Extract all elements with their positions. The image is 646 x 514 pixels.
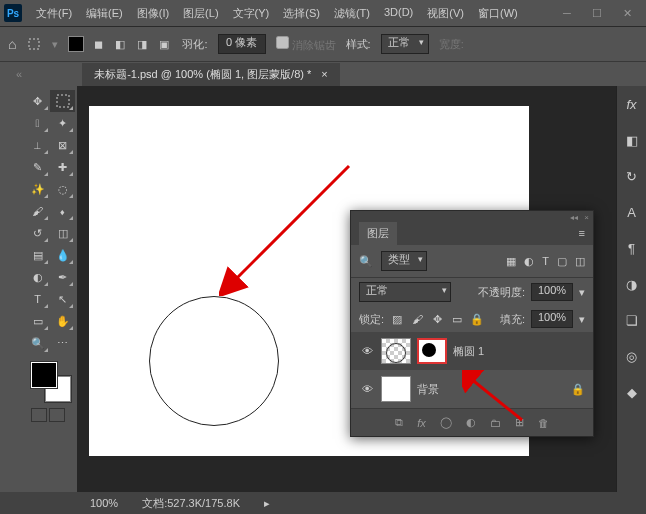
type-tool[interactable]: T: [25, 288, 50, 310]
paragraph-panel-icon[interactable]: ¶: [622, 238, 642, 258]
menu-image[interactable]: 图像(I): [131, 2, 175, 25]
clone-tool[interactable]: ⬧: [50, 200, 75, 222]
patch-tool[interactable]: ◌: [50, 178, 75, 200]
filter-search-icon[interactable]: 🔍: [359, 255, 373, 268]
hand-tool[interactable]: ✋: [50, 310, 75, 332]
layer-row[interactable]: 👁 椭圆 1: [351, 332, 593, 370]
blend-mode-select[interactable]: 正常: [359, 282, 451, 302]
add-selection-icon[interactable]: ◧: [112, 36, 128, 52]
foreground-color[interactable]: [31, 362, 57, 388]
crop-tool[interactable]: ⟂: [25, 134, 50, 156]
dodge-tool[interactable]: ◐: [25, 266, 50, 288]
group-icon[interactable]: 🗀: [490, 417, 501, 429]
new-selection-icon[interactable]: ◼: [90, 36, 106, 52]
opacity-flyout-icon[interactable]: ▾: [579, 286, 585, 299]
pen-tool[interactable]: ✒: [50, 266, 75, 288]
filter-adjust-icon[interactable]: ◐: [524, 255, 534, 268]
fill-flyout-icon[interactable]: ▾: [579, 313, 585, 326]
close-button[interactable]: ✕: [612, 3, 642, 23]
shape-tool[interactable]: ▭: [25, 310, 50, 332]
blur-tool[interactable]: 💧: [50, 244, 75, 266]
visibility-icon[interactable]: 👁: [359, 383, 375, 395]
fill-swatch[interactable]: [68, 36, 84, 52]
status-flyout-icon[interactable]: ▸: [264, 497, 270, 510]
edit-toolbar[interactable]: ⋯: [50, 332, 75, 354]
layer-thumb[interactable]: [381, 338, 411, 364]
brush-tool[interactable]: 🖌: [25, 200, 50, 222]
menu-type[interactable]: 文字(Y): [227, 2, 276, 25]
quick-select-tool[interactable]: ✦: [50, 112, 75, 134]
menu-edit[interactable]: 编辑(E): [80, 2, 129, 25]
menu-file[interactable]: 文件(F): [30, 2, 78, 25]
menu-3d[interactable]: 3D(D): [378, 2, 419, 25]
feather-input[interactable]: 0 像素: [218, 34, 266, 54]
minimize-button[interactable]: ─: [552, 3, 582, 23]
lock-transparent-icon[interactable]: ▨: [390, 312, 404, 326]
filter-type-select[interactable]: 类型: [381, 251, 427, 271]
layers-panel[interactable]: ◂◂× 图层 ≡ 🔍 类型 ▦ ◐ T ▢ ◫ 正常 不透明度: 100% ▾ …: [350, 210, 594, 437]
history-brush-tool[interactable]: ↺: [25, 222, 50, 244]
character-panel-icon[interactable]: A: [622, 202, 642, 222]
screenmode-icon[interactable]: [49, 408, 65, 422]
magic-wand-tool[interactable]: ✨: [25, 178, 50, 200]
layers-panel-icon[interactable]: ❏: [622, 310, 642, 330]
paths-panel-icon[interactable]: ◆: [622, 382, 642, 402]
menu-filter[interactable]: 滤镜(T): [328, 2, 376, 25]
color-swatches[interactable]: [31, 362, 71, 402]
home-icon[interactable]: ⌂: [8, 36, 16, 52]
styles-panel-icon[interactable]: fx: [622, 94, 642, 114]
zoom-tool[interactable]: 🔍: [25, 332, 50, 354]
fill-adjust-icon[interactable]: ◐: [466, 416, 476, 429]
frame-tool[interactable]: ⊠: [50, 134, 75, 156]
layer-name[interactable]: 椭圆 1: [453, 344, 484, 359]
opacity-input[interactable]: 100%: [531, 283, 573, 301]
delete-icon[interactable]: 🗑: [538, 417, 549, 429]
mask-icon[interactable]: ◯: [440, 416, 452, 429]
panel-close-icon[interactable]: ×: [584, 213, 589, 219]
histogram-panel-icon[interactable]: ◧: [622, 130, 642, 150]
layer-mask-thumb[interactable]: [417, 338, 447, 364]
doc-size[interactable]: 文档:527.3K/175.8K: [142, 496, 240, 511]
new-layer-icon[interactable]: ⊞: [515, 416, 524, 429]
fill-input[interactable]: 100%: [531, 310, 573, 328]
lasso-tool[interactable]: 𓏞: [25, 112, 50, 134]
layers-tab[interactable]: 图层: [359, 222, 397, 245]
menu-window[interactable]: 窗口(W): [472, 2, 524, 25]
intersect-selection-icon[interactable]: ▣: [156, 36, 172, 52]
history-panel-icon[interactable]: ↻: [622, 166, 642, 186]
adjustments-panel-icon[interactable]: ◑: [622, 274, 642, 294]
subtract-selection-icon[interactable]: ◨: [134, 36, 150, 52]
link-layers-icon[interactable]: ⧉: [395, 416, 403, 429]
filter-pixel-icon[interactable]: ▦: [506, 255, 516, 268]
fx-icon[interactable]: fx: [417, 417, 426, 429]
layer-thumb[interactable]: [381, 376, 411, 402]
healing-tool[interactable]: ✚: [50, 156, 75, 178]
maximize-button[interactable]: ☐: [582, 3, 612, 23]
panel-menu-icon[interactable]: ≡: [579, 227, 585, 239]
eraser-tool[interactable]: ◫: [50, 222, 75, 244]
filter-smart-icon[interactable]: ◫: [575, 255, 585, 268]
document-tab[interactable]: 未标题-1.psd @ 100% (椭圆 1, 图层蒙版/8) * ×: [82, 63, 340, 86]
document-tab-close-icon[interactable]: ×: [321, 68, 327, 80]
marquee-tool[interactable]: [50, 90, 75, 112]
collapse-icon[interactable]: «: [16, 68, 22, 80]
quickmask-icon[interactable]: [31, 408, 47, 422]
lock-all-icon[interactable]: 🔒: [470, 312, 484, 326]
lock-position-icon[interactable]: ✥: [430, 312, 444, 326]
menu-select[interactable]: 选择(S): [277, 2, 326, 25]
zoom-level[interactable]: 100%: [90, 497, 118, 509]
gradient-tool[interactable]: ▤: [25, 244, 50, 266]
filter-type-icon[interactable]: T: [542, 255, 549, 268]
eyedropper-tool[interactable]: ✎: [25, 156, 50, 178]
lock-artboard-icon[interactable]: ▭: [450, 312, 464, 326]
menu-view[interactable]: 视图(V): [421, 2, 470, 25]
lock-image-icon[interactable]: 🖌: [410, 312, 424, 326]
visibility-icon[interactable]: 👁: [359, 345, 375, 357]
layer-row[interactable]: 👁 背景 🔒: [351, 370, 593, 408]
path-tool[interactable]: ↖: [50, 288, 75, 310]
tool-preset-icon[interactable]: [26, 36, 42, 52]
style-select[interactable]: 正常: [381, 34, 429, 54]
filter-shape-icon[interactable]: ▢: [557, 255, 567, 268]
panel-collapse-icon[interactable]: ◂◂: [570, 213, 578, 219]
layer-name[interactable]: 背景: [417, 382, 439, 397]
